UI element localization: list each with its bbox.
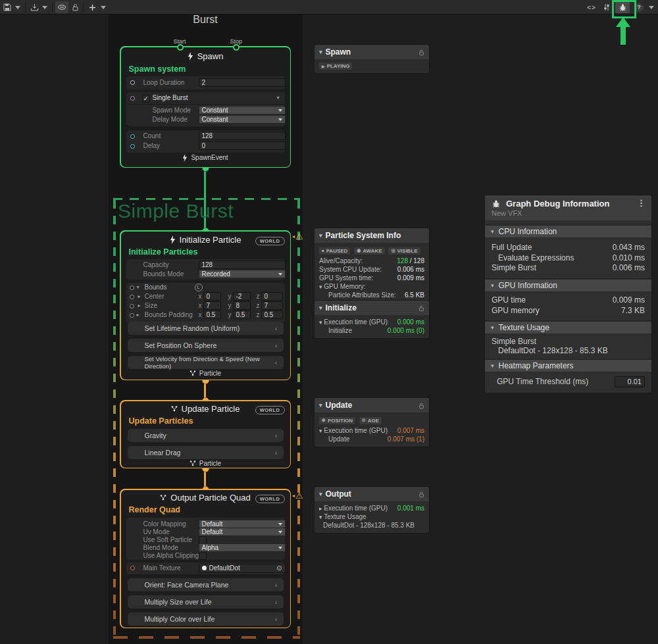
update-node[interactable]: Update Particle WORLD Update Particles G… [120, 400, 291, 468]
add-dropdown-button[interactable] [99, 1, 108, 13]
system-info-panel-header[interactable]: ▾ Particle System Info [315, 228, 429, 243]
center-z-field[interactable] [261, 292, 283, 301]
lock-button[interactable] [70, 1, 80, 13]
lock-icon[interactable] [418, 491, 424, 498]
spawn-start-port[interactable] [177, 44, 184, 51]
spawn-mode-dropdown[interactable]: Constant [199, 106, 286, 114]
collapse-icon[interactable]: ‹ [275, 324, 278, 332]
bounds-padding-z-field[interactable] [261, 310, 283, 319]
foldout-open-icon[interactable]: ▾ [319, 428, 322, 434]
capacity-field[interactable] [199, 260, 286, 269]
gpu-information-section-header[interactable]: ▾GPU Information [485, 278, 651, 292]
block-orient[interactable]: Orient: Face Camera Plane‹ [128, 578, 284, 591]
world-space-badge[interactable]: WORLD [255, 237, 285, 245]
world-space-badge[interactable]: WORLD [255, 495, 285, 503]
initialize-panel-header[interactable]: ▾ Initialize [315, 301, 429, 315]
heatmap-parameters-section-header[interactable]: ▾Heatmap Parameters [485, 359, 651, 372]
center-y-field[interactable] [233, 292, 251, 301]
collapse-icon[interactable]: ‹ [275, 598, 278, 606]
foldout-open-icon[interactable]: ▾ [319, 514, 322, 520]
output-panel-header[interactable]: ▾ Output [315, 487, 429, 501]
size-port[interactable] [130, 304, 134, 309]
main-texture-port[interactable] [130, 566, 135, 570]
lock-icon[interactable] [418, 305, 424, 312]
blend-mode-dropdown[interactable]: Alpha [199, 543, 286, 552]
block-multiply-color[interactable]: Multiply Color over Life‹ [128, 612, 284, 626]
toolbar-overflow-button[interactable] [647, 1, 656, 13]
object-picker-icon[interactable]: ⊙ [276, 564, 282, 572]
initialize-warning[interactable]: ◂⚠ [292, 232, 303, 241]
cpu-information-section-header[interactable]: ▾CPU Information [485, 224, 651, 238]
compile-button[interactable]: <> [584, 1, 599, 13]
initialize-node[interactable]: Initialize Particle WORLD Initialize Par… [120, 230, 291, 380]
block-set-velocity[interactable]: Set Velocity from Direction & Speed (New… [128, 356, 284, 369]
add-button[interactable] [86, 1, 98, 13]
collapse-icon[interactable]: ‹ [275, 615, 278, 623]
spawn-stop-port[interactable] [233, 44, 240, 51]
block-multiply-size[interactable]: Multiply Size over Life‹ [128, 595, 284, 608]
system-name-label[interactable]: Simple Burst [118, 200, 234, 222]
uv-mode-dropdown[interactable]: Default [199, 528, 286, 536]
block-set-lifetime[interactable]: Set Lifetime Random (Uniform)‹ [128, 322, 284, 335]
single-burst-port[interactable] [130, 96, 135, 101]
bounds-mode-dropdown[interactable]: Recorded [199, 270, 286, 278]
collapse-icon[interactable]: ‹ [275, 341, 278, 349]
foldout-closed-icon[interactable]: ▸ [319, 505, 322, 512]
texture-usage-section-header[interactable]: ▾Texture Usage [485, 320, 651, 334]
bounds-padding-y-field[interactable] [233, 310, 251, 319]
block-set-position[interactable]: Set Position On Sphere‹ [128, 339, 284, 352]
color-mapping-dropdown[interactable]: Default [199, 520, 286, 528]
output-warning[interactable]: ◂⚠ [292, 491, 303, 501]
collapse-icon[interactable]: ‹ [275, 449, 278, 457]
size-y-field[interactable] [233, 301, 251, 310]
foldout-open-icon[interactable]: ▾ [137, 284, 139, 290]
loop-duration-field[interactable] [199, 78, 286, 87]
count-port[interactable] [130, 134, 135, 139]
bounds-port[interactable] [130, 285, 134, 290]
collapse-icon[interactable]: ‹ [275, 359, 278, 366]
debug-panel-header[interactable]: Graph Debug Information ⋮ New VFX [485, 195, 651, 220]
update-output-port-row[interactable]: Particle [121, 460, 290, 467]
local-space-icon[interactable]: L [195, 284, 203, 291]
main-texture-field[interactable]: DefaultDot ⊙ [199, 564, 286, 573]
spawn-panel-header[interactable]: ▾ Spawn [315, 45, 429, 59]
foldout-open-icon[interactable]: ▾ [319, 319, 322, 326]
use-alpha-clipping-checkbox[interactable] [199, 552, 207, 560]
size-x-field[interactable] [203, 301, 221, 310]
center-port[interactable] [130, 295, 134, 299]
output-node[interactable]: Output Particle Quad WORLD Render Quad C… [120, 489, 291, 628]
block-gravity[interactable]: Gravity‹ [128, 429, 284, 442]
delay-mode-dropdown[interactable]: Constant [199, 115, 286, 124]
control-settings-button[interactable] [600, 1, 613, 13]
delay-port[interactable] [130, 144, 135, 149]
center-x-field[interactable] [203, 292, 221, 301]
size-z-field[interactable] [261, 301, 283, 310]
foldout-closed-icon[interactable]: ▸ [138, 303, 141, 309]
bounds-padding-x-field[interactable] [203, 310, 221, 319]
count-field[interactable] [199, 132, 286, 140]
foldout-open-icon[interactable]: ▾ [319, 284, 322, 290]
update-panel-header[interactable]: ▾ Update [315, 398, 429, 412]
foldout-closed-icon[interactable]: ▸ [138, 293, 141, 299]
foldout-closed-icon[interactable]: ▸ [137, 312, 139, 318]
save-dropdown-button[interactable] [13, 1, 22, 13]
chevron-down-icon[interactable]: ▾ [276, 95, 279, 101]
bounds-padding-port[interactable] [130, 313, 134, 318]
delay-field[interactable] [199, 141, 286, 150]
use-soft-particle-checkbox[interactable] [199, 536, 207, 544]
kebab-menu-icon[interactable]: ⋮ [637, 198, 645, 208]
block-linear-drag[interactable]: Linear Drag‹ [128, 446, 284, 459]
collapse-icon[interactable]: ‹ [275, 432, 278, 439]
initialize-output-port-row[interactable]: Particle [121, 370, 290, 377]
loop-duration-port[interactable] [130, 80, 135, 85]
spawn-output-port-row[interactable]: SpawnEvent [121, 154, 290, 162]
attach-button[interactable] [28, 1, 40, 13]
lock-icon[interactable] [418, 49, 424, 56]
save-button[interactable] [2, 1, 13, 13]
single-burst-checkbox[interactable]: ✓ [142, 95, 150, 103]
link-toggle-button[interactable] [55, 1, 68, 13]
gpu-time-threshold-field[interactable] [615, 376, 645, 387]
attach-dropdown-button[interactable] [40, 1, 49, 13]
lock-icon[interactable] [418, 402, 424, 409]
collapse-icon[interactable]: ‹ [275, 581, 278, 589]
